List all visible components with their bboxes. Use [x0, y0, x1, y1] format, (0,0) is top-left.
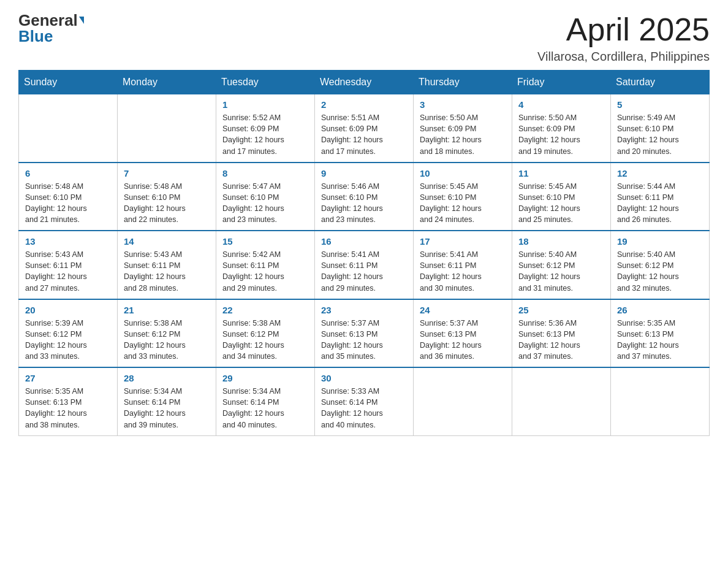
day-info: Sunrise: 5:43 AM Sunset: 6:11 PM Dayligh…	[25, 249, 111, 294]
day-number: 17	[420, 236, 506, 247]
day-info: Sunrise: 5:34 AM Sunset: 6:14 PM Dayligh…	[222, 386, 308, 431]
day-info: Sunrise: 5:47 AM Sunset: 6:10 PM Dayligh…	[222, 181, 308, 226]
calendar-cell: 21Sunrise: 5:38 AM Sunset: 6:12 PM Dayli…	[118, 299, 216, 368]
calendar-cell: 2Sunrise: 5:51 AM Sunset: 6:09 PM Daylig…	[315, 94, 414, 163]
day-info: Sunrise: 5:48 AM Sunset: 6:10 PM Dayligh…	[25, 181, 111, 226]
day-number: 1	[222, 99, 308, 110]
day-number: 25	[518, 305, 604, 315]
weekday-header-monday: Monday	[118, 71, 216, 94]
day-info: Sunrise: 5:35 AM Sunset: 6:13 PM Dayligh…	[617, 318, 703, 362]
day-info: Sunrise: 5:40 AM Sunset: 6:12 PM Dayligh…	[518, 249, 604, 294]
day-number: 11	[518, 168, 604, 178]
weekday-header-sunday: Sunday	[19, 71, 118, 94]
calendar-cell: 10Sunrise: 5:45 AM Sunset: 6:10 PM Dayli…	[414, 163, 512, 231]
calendar-cell: 6Sunrise: 5:48 AM Sunset: 6:10 PM Daylig…	[19, 163, 118, 231]
day-info: Sunrise: 5:45 AM Sunset: 6:10 PM Dayligh…	[518, 181, 604, 226]
day-number: 21	[124, 305, 210, 315]
day-info: Sunrise: 5:41 AM Sunset: 6:11 PM Dayligh…	[321, 249, 407, 294]
calendar-cell: 12Sunrise: 5:44 AM Sunset: 6:11 PM Dayli…	[611, 163, 710, 231]
logo-general: General	[18, 12, 78, 28]
day-info: Sunrise: 5:35 AM Sunset: 6:13 PM Dayligh…	[25, 386, 111, 431]
day-info: Sunrise: 5:51 AM Sunset: 6:09 PM Dayligh…	[321, 112, 407, 157]
day-number: 14	[124, 236, 210, 247]
calendar-cell: 19Sunrise: 5:40 AM Sunset: 6:12 PM Dayli…	[611, 231, 710, 299]
logo-triangle-icon	[79, 17, 84, 24]
calendar-cell: 24Sunrise: 5:37 AM Sunset: 6:13 PM Dayli…	[414, 299, 512, 368]
calendar-week-row: 1Sunrise: 5:52 AM Sunset: 6:09 PM Daylig…	[19, 94, 710, 163]
calendar-cell: 16Sunrise: 5:41 AM Sunset: 6:11 PM Dayli…	[315, 231, 414, 299]
weekday-header-saturday: Saturday	[611, 71, 710, 94]
day-info: Sunrise: 5:39 AM Sunset: 6:12 PM Dayligh…	[25, 318, 111, 362]
day-number: 19	[617, 236, 703, 247]
day-info: Sunrise: 5:45 AM Sunset: 6:10 PM Dayligh…	[420, 181, 506, 226]
day-info: Sunrise: 5:44 AM Sunset: 6:11 PM Dayligh…	[617, 181, 703, 226]
calendar-cell: 20Sunrise: 5:39 AM Sunset: 6:12 PM Dayli…	[19, 299, 118, 368]
day-info: Sunrise: 5:48 AM Sunset: 6:10 PM Dayligh…	[124, 181, 210, 226]
calendar-cell: 23Sunrise: 5:37 AM Sunset: 6:13 PM Dayli…	[315, 299, 414, 368]
day-number: 16	[321, 236, 407, 247]
day-info: Sunrise: 5:37 AM Sunset: 6:13 PM Dayligh…	[420, 318, 506, 362]
day-info: Sunrise: 5:34 AM Sunset: 6:14 PM Dayligh…	[124, 386, 210, 431]
calendar-cell: 1Sunrise: 5:52 AM Sunset: 6:09 PM Daylig…	[216, 94, 315, 163]
calendar-cell: 5Sunrise: 5:49 AM Sunset: 6:10 PM Daylig…	[611, 94, 710, 163]
day-number: 7	[124, 168, 210, 178]
calendar-cell	[611, 367, 710, 435]
day-number: 12	[617, 168, 703, 178]
day-info: Sunrise: 5:40 AM Sunset: 6:12 PM Dayligh…	[617, 249, 703, 294]
weekday-header-thursday: Thursday	[414, 71, 512, 94]
weekday-header-row: SundayMondayTuesdayWednesdayThursdayFrid…	[19, 71, 710, 94]
day-info: Sunrise: 5:50 AM Sunset: 6:09 PM Dayligh…	[518, 112, 604, 157]
day-number: 18	[518, 236, 604, 247]
calendar-cell: 4Sunrise: 5:50 AM Sunset: 6:09 PM Daylig…	[512, 94, 611, 163]
day-info: Sunrise: 5:38 AM Sunset: 6:12 PM Dayligh…	[124, 318, 210, 362]
calendar-week-row: 13Sunrise: 5:43 AM Sunset: 6:11 PM Dayli…	[19, 231, 710, 299]
day-number: 6	[25, 168, 111, 178]
calendar-cell: 17Sunrise: 5:41 AM Sunset: 6:11 PM Dayli…	[414, 231, 512, 299]
day-info: Sunrise: 5:43 AM Sunset: 6:11 PM Dayligh…	[124, 249, 210, 294]
calendar-cell: 8Sunrise: 5:47 AM Sunset: 6:10 PM Daylig…	[216, 163, 315, 231]
calendar-table: SundayMondayTuesdayWednesdayThursdayFrid…	[18, 70, 710, 436]
day-number: 29	[222, 373, 308, 383]
day-info: Sunrise: 5:46 AM Sunset: 6:10 PM Dayligh…	[321, 181, 407, 226]
page-header: General Blue April 2025 Villarosa, Cordi…	[18, 12, 710, 64]
weekday-header-wednesday: Wednesday	[315, 71, 414, 94]
calendar-cell: 7Sunrise: 5:48 AM Sunset: 6:10 PM Daylig…	[118, 163, 216, 231]
day-number: 30	[321, 373, 407, 383]
day-number: 26	[617, 305, 703, 315]
day-info: Sunrise: 5:38 AM Sunset: 6:12 PM Dayligh…	[222, 318, 308, 362]
month-title: April 2025	[537, 12, 710, 47]
day-info: Sunrise: 5:52 AM Sunset: 6:09 PM Dayligh…	[222, 112, 308, 157]
day-info: Sunrise: 5:42 AM Sunset: 6:11 PM Dayligh…	[222, 249, 308, 294]
day-info: Sunrise: 5:33 AM Sunset: 6:14 PM Dayligh…	[321, 386, 407, 431]
calendar-cell: 15Sunrise: 5:42 AM Sunset: 6:11 PM Dayli…	[216, 231, 315, 299]
calendar-cell: 29Sunrise: 5:34 AM Sunset: 6:14 PM Dayli…	[216, 367, 315, 435]
calendar-week-row: 20Sunrise: 5:39 AM Sunset: 6:12 PM Dayli…	[19, 299, 710, 368]
logo: General Blue	[18, 12, 84, 44]
day-number: 27	[25, 373, 111, 383]
day-number: 2	[321, 99, 407, 110]
calendar-week-row: 27Sunrise: 5:35 AM Sunset: 6:13 PM Dayli…	[19, 367, 710, 435]
calendar-cell: 9Sunrise: 5:46 AM Sunset: 6:10 PM Daylig…	[315, 163, 414, 231]
day-number: 4	[518, 99, 604, 110]
weekday-header-tuesday: Tuesday	[216, 71, 315, 94]
day-number: 28	[124, 373, 210, 383]
day-number: 3	[420, 99, 506, 110]
calendar-cell: 3Sunrise: 5:50 AM Sunset: 6:09 PM Daylig…	[414, 94, 512, 163]
calendar-cell: 30Sunrise: 5:33 AM Sunset: 6:14 PM Dayli…	[315, 367, 414, 435]
day-number: 10	[420, 168, 506, 178]
day-info: Sunrise: 5:49 AM Sunset: 6:10 PM Dayligh…	[617, 112, 703, 157]
calendar-cell	[414, 367, 512, 435]
calendar-cell: 18Sunrise: 5:40 AM Sunset: 6:12 PM Dayli…	[512, 231, 611, 299]
day-number: 9	[321, 168, 407, 178]
calendar-week-row: 6Sunrise: 5:48 AM Sunset: 6:10 PM Daylig…	[19, 163, 710, 231]
calendar-cell: 14Sunrise: 5:43 AM Sunset: 6:11 PM Dayli…	[118, 231, 216, 299]
calendar-cell	[19, 94, 118, 163]
day-number: 13	[25, 236, 111, 247]
day-number: 23	[321, 305, 407, 315]
day-number: 5	[617, 99, 703, 110]
day-info: Sunrise: 5:36 AM Sunset: 6:13 PM Dayligh…	[518, 318, 604, 362]
calendar-cell: 22Sunrise: 5:38 AM Sunset: 6:12 PM Dayli…	[216, 299, 315, 368]
day-info: Sunrise: 5:50 AM Sunset: 6:09 PM Dayligh…	[420, 112, 506, 157]
calendar-cell: 27Sunrise: 5:35 AM Sunset: 6:13 PM Dayli…	[19, 367, 118, 435]
calendar-cell: 25Sunrise: 5:36 AM Sunset: 6:13 PM Dayli…	[512, 299, 611, 368]
